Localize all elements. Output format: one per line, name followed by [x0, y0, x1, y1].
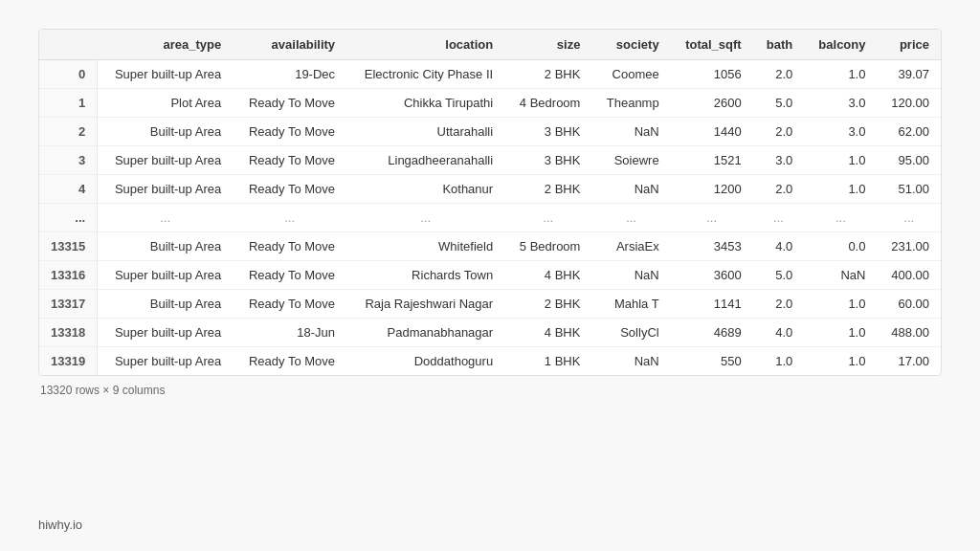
- cell-price: 95.00: [877, 146, 941, 175]
- cell-location: Padmanabhanagar: [346, 319, 504, 347]
- cell-bath: 2.0: [753, 118, 805, 146]
- cell-balcony: 1.0: [804, 175, 877, 204]
- cell-society: Coomee: [591, 60, 670, 89]
- cell-availability: Ready To Move: [233, 261, 346, 290]
- cell-bath: 4.0: [753, 232, 805, 261]
- cell-index: 13319: [39, 347, 98, 376]
- cell-balcony: 1.0: [804, 60, 877, 89]
- col-bath: bath: [753, 30, 805, 60]
- cell-area_type: Super built-up Area: [98, 347, 234, 376]
- table-row: ..............................: [39, 204, 941, 232]
- cell-total_sqft: 3600: [671, 261, 753, 290]
- cell-total_sqft: 1200: [671, 175, 753, 204]
- cell-society: SollyCl: [591, 319, 670, 347]
- cell-availability: Ready To Move: [233, 118, 346, 146]
- cell-index: 1: [39, 89, 98, 118]
- cell-balcony: 3.0: [804, 89, 877, 118]
- table-row: 3Super built-up AreaReady To MoveLingadh…: [39, 146, 941, 175]
- cell-availability: 19-Dec: [233, 60, 346, 89]
- cell-area_type: Built-up Area: [98, 232, 234, 261]
- cell-location: Richards Town: [346, 261, 504, 290]
- cell-area_type: Built-up Area: [98, 290, 234, 319]
- col-total-sqft: total_sqft: [671, 30, 753, 60]
- cell-availability: Ready To Move: [233, 290, 346, 319]
- cell-price: 400.00: [877, 261, 941, 290]
- cell-index: ...: [39, 204, 98, 232]
- col-price: price: [877, 30, 941, 60]
- cell-size: 4 Bedroom: [504, 89, 591, 118]
- cell-bath: 5.0: [753, 261, 805, 290]
- cell-total_sqft: ...: [671, 204, 753, 232]
- cell-price: 62.00: [877, 118, 941, 146]
- cell-index: 13317: [39, 290, 98, 319]
- col-location: location: [346, 30, 504, 60]
- cell-size: ...: [504, 204, 591, 232]
- cell-bath: 2.0: [753, 60, 805, 89]
- table-row: 13315Built-up AreaReady To MoveWhitefiel…: [39, 232, 941, 261]
- cell-bath: 1.0: [753, 347, 805, 376]
- cell-price: 231.00: [877, 232, 941, 261]
- col-balcony: balcony: [804, 30, 877, 60]
- cell-location: Whitefield: [346, 232, 504, 261]
- cell-availability: Ready To Move: [233, 347, 346, 376]
- cell-total_sqft: 2600: [671, 89, 753, 118]
- cell-total_sqft: 1440: [671, 118, 753, 146]
- cell-price: 39.07: [877, 60, 941, 89]
- col-society: society: [591, 30, 670, 60]
- table-row: 13317Built-up AreaReady To MoveRaja Raje…: [39, 290, 941, 319]
- cell-location: Kothanur: [346, 175, 504, 204]
- cell-society: NaN: [591, 175, 670, 204]
- table-row: 13318Super built-up Area18-JunPadmanabha…: [39, 319, 941, 347]
- cell-society: ...: [591, 204, 670, 232]
- cell-total_sqft: 1521: [671, 146, 753, 175]
- cell-balcony: 1.0: [804, 146, 877, 175]
- cell-area_type: ...: [98, 204, 234, 232]
- table-row: 13319Super built-up AreaReady To MoveDod…: [39, 347, 941, 376]
- cell-society: Theanmp: [591, 89, 670, 118]
- table-row: 0Super built-up Area19-DecElectronic Cit…: [39, 60, 941, 89]
- cell-size: 3 BHK: [504, 146, 591, 175]
- cell-balcony: 3.0: [804, 118, 877, 146]
- cell-size: 3 BHK: [504, 118, 591, 146]
- cell-area_type: Built-up Area: [98, 118, 234, 146]
- cell-society: NaN: [591, 347, 670, 376]
- cell-society: Soiewre: [591, 146, 670, 175]
- col-area-type: area_type: [98, 30, 234, 60]
- cell-area_type: Plot Area: [98, 89, 234, 118]
- cell-index: 3: [39, 146, 98, 175]
- cell-society: NaN: [591, 118, 670, 146]
- cell-price: 51.00: [877, 175, 941, 204]
- cell-total_sqft: 1141: [671, 290, 753, 319]
- table-row: 13316Super built-up AreaReady To MoveRic…: [39, 261, 941, 290]
- cell-index: 0: [39, 60, 98, 89]
- cell-size: 4 BHK: [504, 261, 591, 290]
- cell-price: 120.00: [877, 89, 941, 118]
- cell-area_type: Super built-up Area: [98, 175, 234, 204]
- cell-area_type: Super built-up Area: [98, 60, 234, 89]
- col-index: [39, 30, 98, 60]
- cell-index: 13318: [39, 319, 98, 347]
- cell-size: 4 BHK: [504, 319, 591, 347]
- cell-society: ArsiaEx: [591, 232, 670, 261]
- cell-size: 2 BHK: [504, 60, 591, 89]
- cell-availability: Ready To Move: [233, 146, 346, 175]
- cell-location: Raja Rajeshwari Nagar: [346, 290, 504, 319]
- cell-bath: 5.0: [753, 89, 805, 118]
- cell-balcony: NaN: [804, 261, 877, 290]
- table-row: 1Plot AreaReady To MoveChikka Tirupathi4…: [39, 89, 941, 118]
- cell-total_sqft: 4689: [671, 319, 753, 347]
- cell-index: 4: [39, 175, 98, 204]
- cell-balcony: ...: [804, 204, 877, 232]
- cell-area_type: Super built-up Area: [98, 146, 234, 175]
- cell-area_type: Super built-up Area: [98, 261, 234, 290]
- cell-bath: 3.0: [753, 146, 805, 175]
- cell-balcony: 1.0: [804, 319, 877, 347]
- cell-location: ...: [346, 204, 504, 232]
- cell-availability: Ready To Move: [233, 89, 346, 118]
- cell-price: 60.00: [877, 290, 941, 319]
- cell-bath: 4.0: [753, 319, 805, 347]
- cell-location: Uttarahalli: [346, 118, 504, 146]
- cell-bath: 2.0: [753, 290, 805, 319]
- cell-availability: 18-Jun: [233, 319, 346, 347]
- cell-balcony: 1.0: [804, 347, 877, 376]
